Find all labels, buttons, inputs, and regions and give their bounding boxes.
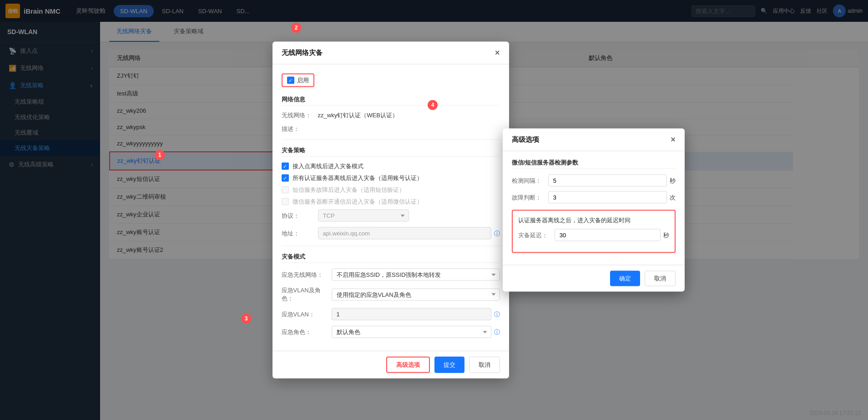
option2-row: 所有认证服务器离线后进入灾备（适用账号认证） [282,174,500,182]
interval-unit: 秒 [670,176,676,185]
delay-highlight-box: 认证服务器离线之后，进入灾备的延迟时间 灾备延迟： 秒 [512,210,676,253]
sub-confirm-button[interactable]: 确定 [610,271,640,286]
emergency-vlan-input[interactable] [332,308,491,320]
option2-checkbox[interactable] [282,175,289,182]
enable-checkbox[interactable] [287,77,294,84]
desc-label: 描述： [282,125,318,133]
network-row: 无线网络： zz_wky钉钉认证（WEB认证） [282,111,500,120]
option3-label: 短信服务故障后进入灾备（适用短信验证） [293,186,405,194]
sub-modal-close-button[interactable]: × [671,135,676,145]
address-input[interactable] [318,227,491,240]
modal-title: 无线网络灾备 [282,49,323,57]
sub-modal-header: 高级选项 × [503,129,685,151]
emergency-network-select[interactable]: 不启用应急SSID，原SSID强制本地转发 [332,269,500,281]
disaster-mode-section: 灾备模式 [282,253,500,263]
highlight-label: 认证服务器离线之后，进入灾备的延迟时间 [518,216,669,225]
sub-modal-body: 微信/短信服务器检测参数 检测间隔： 秒 故障判断： 次 认证服务器离线之后，进… [503,151,685,265]
modal-close-button[interactable]: × [495,48,500,58]
delay-input[interactable] [555,229,661,241]
address-info-icon[interactable]: ⓘ [494,229,500,237]
role-info-icon[interactable]: ⓘ [494,328,500,336]
emergency-vlan-role-row: 应急VLAN及角色： 使用指定的应急VLAN及角色 [282,286,500,303]
option2-label: 所有认证服务器离线后进入灾备（适用账号认证） [293,174,423,182]
emergency-network-label: 应急无线网络： [282,270,332,279]
address-row: 地址： ⓘ [282,227,500,240]
option1-checkbox[interactable] [282,163,289,170]
option3-row: 短信服务故障后进入灾备（适用短信验证） [282,186,500,194]
modal-footer: 高级选项 提交 取消 [273,351,509,379]
delay-row: 灾备延迟： 秒 [518,229,669,241]
protocol-label: 协议： [282,211,318,220]
vlan-info-icon[interactable]: ⓘ [494,310,500,318]
option4-checkbox [282,198,289,205]
interval-input[interactable] [548,175,667,187]
emergency-vlan-role-select[interactable]: 使用指定的应急VLAN及角色 [332,288,500,300]
enable-row: 启用 [282,72,500,89]
fault-input-group: 次 [548,191,676,204]
sub-modal-title: 高级选项 [512,135,539,144]
submit-button[interactable]: 提交 [434,357,464,373]
desc-row: 描述： [282,125,500,133]
emergency-network-row: 应急无线网络： 不启用应急SSID，原SSID强制本地转发 [282,269,500,281]
emergency-vlan-role-label: 应急VLAN及角色： [282,286,332,303]
option4-row: 微信服务器断开通信后进入灾备（适用微信认证） [282,198,500,206]
main-modal: 无线网络灾备 × 启用 网络信息 无线网络： zz_wky钉钉认证（WEB认证）… [273,42,509,379]
emergency-vlan-label: 应急VLAN： [282,310,332,318]
network-value: zz_wky钉钉认证（WEB认证） [318,111,500,120]
interval-input-group: 秒 [548,175,676,187]
protocol-select[interactable]: TCP [318,210,409,222]
enable-box: 启用 [282,74,314,87]
fault-input[interactable] [548,191,667,204]
advanced-options-button[interactable]: 高级选项 [386,357,430,373]
interval-row: 检测间隔： 秒 [512,175,676,187]
address-label: 地址： [282,229,318,237]
option1-row: 接入点离线后进入灾备模式 [282,162,500,170]
sub-section-title: 微信/短信服务器检测参数 [512,159,676,169]
enable-label: 启用 [297,76,309,85]
emergency-role-select[interactable]: 默认角色 [332,326,491,338]
fault-row: 故障判断： 次 [512,191,676,204]
interval-label: 检测间隔： [512,176,548,185]
sub-cancel-button[interactable]: 取消 [645,271,676,286]
emergency-role-row: 应急角色： 默认角色 ⓘ [282,326,500,338]
protocol-row: 协议： TCP [282,210,500,222]
option1-label: 接入点离线后进入灾备模式 [293,162,363,170]
option4-label: 微信服务器断开通信后进入灾备（适用微信认证） [293,198,423,206]
modal-body: 启用 网络信息 无线网络： zz_wky钉钉认证（WEB认证） 描述： 灾备策略… [273,65,509,351]
option3-checkbox [282,186,289,194]
fault-label: 故障判断： [512,193,548,201]
sub-modal: 高级选项 × 微信/短信服务器检测参数 检测间隔： 秒 故障判断： 次 认证服务… [503,129,685,292]
fault-unit: 次 [670,193,676,201]
cancel-button[interactable]: 取消 [469,357,500,373]
delay-label: 灾备延迟： [518,231,555,239]
sub-modal-footer: 确定 取消 [503,265,685,292]
modal-header: 无线网络灾备 × [273,42,509,65]
disaster-strategy-section: 灾备策略 [282,146,500,157]
delay-unit: 秒 [663,231,669,239]
delay-input-group: 秒 [555,229,669,241]
emergency-vlan-row: 应急VLAN： ⓘ [282,308,500,320]
network-label: 无线网络： [282,111,318,120]
emergency-role-label: 应急角色： [282,328,332,336]
network-info-section: 网络信息 [282,95,500,106]
